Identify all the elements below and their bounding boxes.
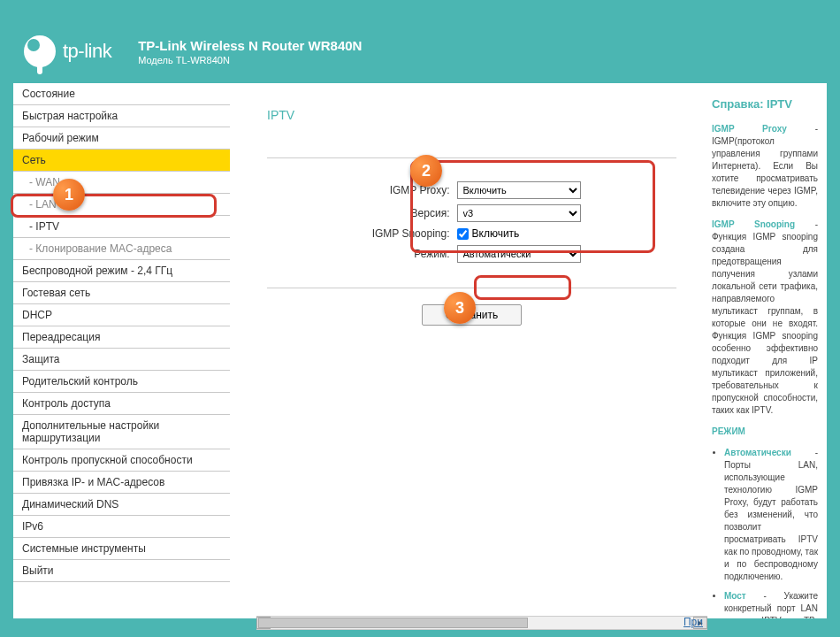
scroll-thumb[interactable]	[258, 618, 528, 628]
iptv-form: IGMP Proxy: Включить Версия: v3 IGMP Sno…	[267, 157, 676, 288]
nav-quick-setup[interactable]: Быстрая настройка	[13, 105, 230, 127]
nav-operation-mode[interactable]: Рабочий режим	[13, 127, 230, 150]
nav-dhcp[interactable]: DHCP	[13, 304, 230, 326]
nav-ipv6[interactable]: IPv6	[13, 516, 230, 538]
tplink-logo-icon	[24, 35, 56, 67]
version-label: Версия:	[344, 207, 450, 219]
igmp-snooping-checkbox[interactable]	[457, 228, 469, 240]
help-panel: Справка: IPTV IGMP Proxy - IGMP(протокол…	[703, 83, 827, 618]
nav-forwarding[interactable]: Переадресация	[13, 326, 230, 349]
footer-link[interactable]: При	[683, 616, 703, 628]
nav-security[interactable]: Защита	[13, 349, 230, 371]
help-igmp-proxy: IGMP Proxy - IGMP(протокол управления гр…	[712, 123, 818, 210]
igmp-proxy-select[interactable]: Включить	[457, 181, 581, 199]
nav-lan[interactable]: - LAN	[13, 194, 230, 216]
nav-parental[interactable]: Родительский контроль	[13, 371, 230, 393]
horizontal-scrollbar[interactable]: ◄ ►	[256, 616, 707, 630]
nav-ip-mac-binding[interactable]: Привязка IP- и MAC-адресов	[13, 472, 230, 494]
help-title: Справка: IPTV	[712, 97, 818, 111]
igmp-snooping-label: IGMP Snooping:	[344, 227, 450, 240]
nav-routing[interactable]: Дополнительные настройки маршрутизации	[13, 415, 230, 449]
page-title: IPTV	[267, 108, 676, 122]
mode-select[interactable]: Автоматически	[457, 245, 581, 263]
brand-logo: tp-link	[24, 35, 111, 67]
nav-iptv[interactable]: - IPTV	[13, 216, 230, 238]
nav-mac-clone[interactable]: - Клонирование MAC-адреса	[13, 238, 230, 260]
nav-access-control[interactable]: Контроль доступа	[13, 393, 230, 415]
nav-wireless[interactable]: Беспроводной режим - 2,4 ГГц	[13, 260, 230, 282]
help-igmp-snooping: IGMP Snooping - Функция IGMP snooping со…	[712, 219, 818, 417]
brand-text: tp-link	[63, 40, 111, 63]
router-model: Модель TL-WR840N	[138, 55, 362, 65]
nav-ddns[interactable]: Динамический DNS	[13, 494, 230, 516]
header: tp-link TP-Link Wireless N Router WR840N…	[13, 35, 827, 83]
help-mode-auto: Автоматически - Порты LAN, использующие …	[724, 447, 818, 583]
help-mode-bridge: Мост - Укажите конкретный порт LAN для I…	[724, 590, 818, 618]
sidebar-nav: Состояние Быстрая настройка Рабочий режи…	[13, 83, 230, 618]
save-button[interactable]: Сохранить	[422, 304, 523, 326]
nav-wan[interactable]: - WAN	[13, 172, 230, 194]
igmp-snooping-cb-label: Включить	[472, 227, 520, 240]
nav-guest-network[interactable]: Гостевая сеть	[13, 282, 230, 304]
nav-bandwidth[interactable]: Контроль пропускной способности	[13, 449, 230, 472]
igmp-proxy-label: IGMP Proxy:	[344, 184, 450, 196]
nav-logout[interactable]: Выйти	[13, 560, 230, 582]
mode-label: Режим:	[344, 248, 450, 260]
help-mode-heading: РЕЖИМ	[712, 426, 818, 438]
main-panel: IPTV IGMP Proxy: Включить Версия: v3 IGM…	[230, 83, 703, 618]
router-title: TP-Link Wireless N Router WR840N	[138, 38, 362, 53]
version-select[interactable]: v3	[457, 204, 581, 222]
nav-status[interactable]: Состояние	[13, 83, 230, 105]
nav-network[interactable]: Сеть	[13, 150, 230, 172]
nav-system-tools[interactable]: Системные инструменты	[13, 538, 230, 560]
